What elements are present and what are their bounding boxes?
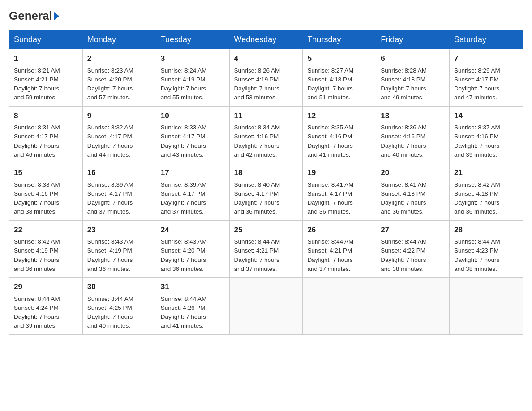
daylight-text: Daylight: 7 hours [454, 199, 499, 206]
header-monday: Monday [82, 30, 156, 49]
calendar-table: Sunday Monday Tuesday Wednesday Thursday… [9, 30, 523, 335]
daylight-minutes: and 39 minutes. [454, 151, 497, 158]
sunset-text: Sunset: 4:17 PM [234, 190, 279, 197]
calendar-day-cell [376, 278, 450, 335]
header-friday: Friday [376, 30, 450, 49]
sunrise-text: Sunrise: 8:29 AM [454, 67, 500, 74]
header-thursday: Thursday [303, 30, 376, 49]
calendar-day-cell: 14Sunrise: 8:37 AMSunset: 4:16 PMDayligh… [450, 106, 523, 163]
sunrise-text: Sunrise: 8:38 AM [14, 181, 60, 188]
daylight-text: Daylight: 7 hours [161, 85, 206, 92]
calendar-day-cell: 8Sunrise: 8:31 AMSunset: 4:17 PMDaylight… [9, 106, 83, 163]
daylight-text: Daylight: 7 hours [307, 142, 352, 149]
sunset-text: Sunset: 4:17 PM [454, 76, 499, 83]
sunrise-text: Sunrise: 8:21 AM [14, 67, 60, 74]
calendar-day-cell: 10Sunrise: 8:33 AMSunset: 4:17 PMDayligh… [156, 106, 229, 163]
calendar-day-cell: 1Sunrise: 8:21 AMSunset: 4:21 PMDaylight… [9, 49, 83, 107]
day-number: 6 [381, 53, 445, 64]
daylight-minutes: and 53 minutes. [234, 94, 277, 101]
day-number: 18 [234, 167, 298, 179]
calendar-day-cell: 25Sunrise: 8:44 AMSunset: 4:21 PMDayligh… [229, 220, 303, 278]
sunrise-text: Sunrise: 8:27 AM [307, 67, 353, 74]
daylight-text: Daylight: 7 hours [454, 142, 499, 149]
day-number: 14 [454, 110, 518, 122]
calendar-day-cell: 20Sunrise: 8:41 AMSunset: 4:18 PMDayligh… [376, 163, 450, 221]
daylight-text: Daylight: 7 hours [161, 313, 206, 320]
sunset-text: Sunset: 4:17 PM [14, 133, 59, 140]
sunrise-text: Sunrise: 8:44 AM [161, 295, 207, 302]
daylight-text: Daylight: 7 hours [234, 199, 279, 206]
day-number: 2 [87, 53, 151, 64]
sunrise-text: Sunrise: 8:37 AM [454, 124, 500, 131]
sunset-text: Sunset: 4:21 PM [234, 247, 279, 254]
day-number: 13 [381, 110, 445, 122]
daylight-minutes: and 57 minutes. [87, 94, 130, 101]
sunset-text: Sunset: 4:16 PM [14, 190, 59, 197]
day-number: 11 [234, 110, 298, 122]
daylight-text: Daylight: 7 hours [161, 142, 206, 149]
daylight-text: Daylight: 7 hours [14, 199, 59, 206]
daylight-text: Daylight: 7 hours [161, 199, 206, 206]
calendar-header-row: Sunday Monday Tuesday Wednesday Thursday… [9, 30, 523, 49]
daylight-minutes: and 46 minutes. [14, 151, 57, 158]
sunset-text: Sunset: 4:26 PM [161, 304, 206, 311]
calendar-day-cell: 11Sunrise: 8:34 AMSunset: 4:16 PMDayligh… [229, 106, 303, 163]
sunset-text: Sunset: 4:17 PM [87, 133, 132, 140]
calendar-day-cell: 26Sunrise: 8:44 AMSunset: 4:21 PMDayligh… [303, 220, 376, 278]
sunset-text: Sunset: 4:19 PM [87, 247, 132, 254]
daylight-text: Daylight: 7 hours [14, 142, 59, 149]
daylight-minutes: and 37 minutes. [87, 208, 130, 215]
daylight-minutes: and 47 minutes. [454, 94, 497, 101]
sunrise-text: Sunrise: 8:32 AM [87, 124, 133, 131]
sunrise-text: Sunrise: 8:31 AM [14, 124, 60, 131]
day-number: 19 [307, 167, 371, 179]
sunset-text: Sunset: 4:16 PM [454, 133, 499, 140]
day-number: 17 [161, 167, 225, 179]
daylight-minutes: and 37 minutes. [307, 265, 350, 272]
calendar-day-cell: 29Sunrise: 8:44 AMSunset: 4:24 PMDayligh… [9, 278, 83, 335]
daylight-minutes: and 43 minutes. [161, 151, 204, 158]
day-number: 25 [234, 224, 298, 236]
daylight-text: Daylight: 7 hours [87, 142, 133, 149]
calendar-day-cell: 27Sunrise: 8:44 AMSunset: 4:22 PMDayligh… [376, 220, 450, 278]
sunset-text: Sunset: 4:18 PM [381, 76, 425, 83]
day-number: 3 [161, 53, 225, 64]
daylight-minutes: and 36 minutes. [161, 265, 204, 272]
calendar-day-cell [303, 278, 376, 335]
day-number: 1 [14, 53, 78, 64]
daylight-minutes: and 36 minutes. [307, 208, 350, 215]
daylight-minutes: and 42 minutes. [234, 151, 277, 158]
sunrise-text: Sunrise: 8:40 AM [234, 181, 280, 188]
calendar-day-cell: 7Sunrise: 8:29 AMSunset: 4:17 PMDaylight… [450, 49, 523, 107]
daylight-text: Daylight: 7 hours [307, 257, 352, 263]
sunrise-text: Sunrise: 8:42 AM [454, 181, 500, 188]
sunrise-text: Sunrise: 8:43 AM [87, 238, 133, 245]
sunset-text: Sunset: 4:17 PM [307, 190, 352, 197]
calendar-day-cell: 23Sunrise: 8:43 AMSunset: 4:19 PMDayligh… [82, 220, 156, 278]
daylight-minutes: and 37 minutes. [161, 208, 204, 215]
sunset-text: Sunset: 4:19 PM [161, 76, 206, 83]
calendar-day-cell: 12Sunrise: 8:35 AMSunset: 4:16 PMDayligh… [303, 106, 376, 163]
daylight-text: Daylight: 7 hours [381, 199, 426, 206]
day-number: 12 [307, 110, 371, 122]
calendar-day-cell: 31Sunrise: 8:44 AMSunset: 4:26 PMDayligh… [156, 278, 229, 335]
sunset-text: Sunset: 4:17 PM [161, 133, 206, 140]
daylight-text: Daylight: 7 hours [14, 313, 59, 320]
sunset-text: Sunset: 4:18 PM [307, 76, 352, 83]
sunrise-text: Sunrise: 8:35 AM [307, 124, 353, 131]
day-number: 4 [234, 53, 298, 64]
sunrise-text: Sunrise: 8:26 AM [234, 67, 280, 74]
sunset-text: Sunset: 4:21 PM [307, 247, 352, 254]
sunset-text: Sunset: 4:20 PM [87, 76, 132, 83]
sunset-text: Sunset: 4:16 PM [307, 133, 352, 140]
daylight-minutes: and 41 minutes. [161, 322, 204, 329]
calendar-week-row: 1Sunrise: 8:21 AMSunset: 4:21 PMDaylight… [9, 49, 523, 107]
logo-arrow-icon [54, 12, 59, 21]
daylight-minutes: and 41 minutes. [307, 151, 350, 158]
sunrise-text: Sunrise: 8:44 AM [307, 238, 353, 245]
calendar-day-cell: 17Sunrise: 8:39 AMSunset: 4:17 PMDayligh… [156, 163, 229, 221]
logo: General [9, 9, 60, 21]
daylight-text: Daylight: 7 hours [307, 199, 352, 206]
daylight-text: Daylight: 7 hours [307, 85, 352, 92]
daylight-minutes: and 49 minutes. [381, 94, 424, 101]
